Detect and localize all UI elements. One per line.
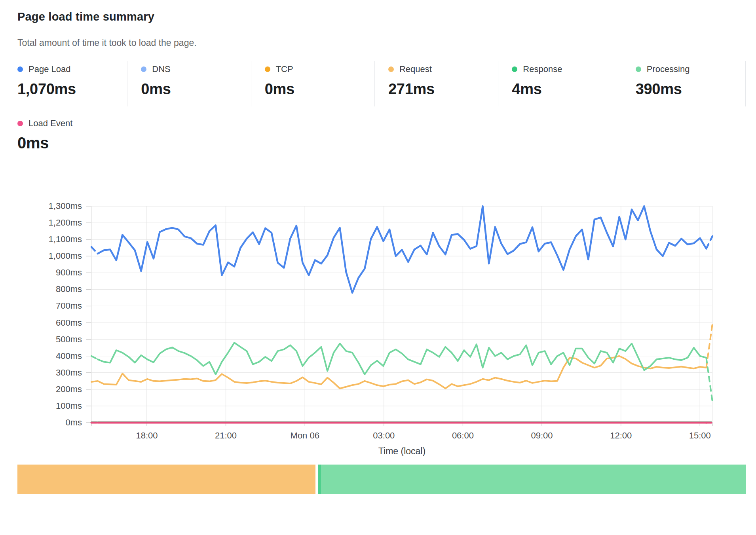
status-timeline-bar[interactable] xyxy=(17,465,746,494)
stat-label: Page Load xyxy=(28,64,70,74)
ok-segment[interactable] xyxy=(321,465,746,494)
y-tick-label: 1,000ms xyxy=(49,251,82,261)
y-tick-label: 0ms xyxy=(65,417,82,427)
x-tick-label: 21:00 xyxy=(215,431,237,440)
stat-label: DNS xyxy=(152,64,170,74)
stat-label: Load Event xyxy=(28,118,72,129)
stat-dns[interactable]: DNS 0ms xyxy=(127,61,251,106)
y-tick-label: 900ms xyxy=(56,268,82,277)
y-tick-label: 500ms xyxy=(56,334,82,344)
series-processing-line xyxy=(91,343,712,402)
stat-value: 0ms xyxy=(265,81,374,98)
y-tick-label: 700ms xyxy=(56,301,82,311)
stat-request[interactable]: Request 271ms xyxy=(375,61,498,106)
stat-processing[interactable]: Processing 390ms xyxy=(622,61,746,106)
stat-value: 271ms xyxy=(388,81,498,98)
y-tick-label: 1,100ms xyxy=(49,234,82,244)
x-axis-title: Time (local) xyxy=(378,446,425,456)
x-tick-label: 09:00 xyxy=(531,431,553,440)
load-event-dot-icon xyxy=(17,121,23,126)
page: Page load time summary Total amount of t… xyxy=(0,0,756,494)
stat-label: TCP xyxy=(276,64,293,74)
response-dot-icon xyxy=(512,66,517,72)
stat-label: Request xyxy=(399,64,432,74)
y-tick-label: 1,200ms xyxy=(49,218,82,228)
page-load-dot-icon xyxy=(17,66,23,72)
x-tick-label: 06:00 xyxy=(452,431,474,440)
stat-label: Processing xyxy=(647,64,690,74)
x-tick-label: 15:00 xyxy=(689,431,711,440)
stat-value: 4ms xyxy=(512,81,621,98)
y-tick-label: 300ms xyxy=(56,368,82,378)
series-page-load-line xyxy=(91,206,712,293)
stat-value: 1,070ms xyxy=(17,81,127,98)
gap-segment[interactable] xyxy=(315,465,318,494)
y-tick-label: 600ms xyxy=(56,318,82,328)
page-title: Page load time summary xyxy=(17,10,746,23)
stat-page-load[interactable]: Page Load 1,070ms xyxy=(17,61,127,106)
y-tick-label: 800ms xyxy=(56,284,82,294)
y-tick-label: 100ms xyxy=(56,401,82,411)
y-tick-label: 200ms xyxy=(56,384,82,394)
y-tick-label: 1,300ms xyxy=(49,201,82,211)
x-tick-label: 18:00 xyxy=(136,431,158,440)
stat-tcp[interactable]: TCP 0ms xyxy=(251,61,375,106)
page-subtitle: Total amount of time it took to load the… xyxy=(17,38,746,48)
ok-sliver-segment[interactable] xyxy=(318,465,321,494)
metric-summary-row: Page Load 1,070ms DNS 0ms TCP 0ms Reques… xyxy=(17,61,746,106)
warning-segment[interactable] xyxy=(17,465,315,494)
stat-value: 0ms xyxy=(141,81,251,98)
dns-dot-icon xyxy=(141,66,146,72)
request-dot-icon xyxy=(388,66,394,72)
tcp-dot-icon xyxy=(265,66,270,72)
y-tick-label: 400ms xyxy=(56,351,82,361)
x-tick-label: 03:00 xyxy=(373,431,395,440)
stat-label: Response xyxy=(523,64,562,74)
x-tick-label: Mon 06 xyxy=(291,431,319,440)
stat-value: 390ms xyxy=(636,81,745,98)
stat-load-event[interactable]: Load Event 0ms xyxy=(17,118,746,152)
stat-response[interactable]: Response 4ms xyxy=(498,61,622,106)
stat-value: 0ms xyxy=(17,134,746,152)
x-tick-label: 12:00 xyxy=(610,431,632,440)
processing-dot-icon xyxy=(636,66,641,72)
page-load-time-chart[interactable]: 0ms100ms200ms300ms400ms500ms600ms700ms80… xyxy=(17,154,746,459)
